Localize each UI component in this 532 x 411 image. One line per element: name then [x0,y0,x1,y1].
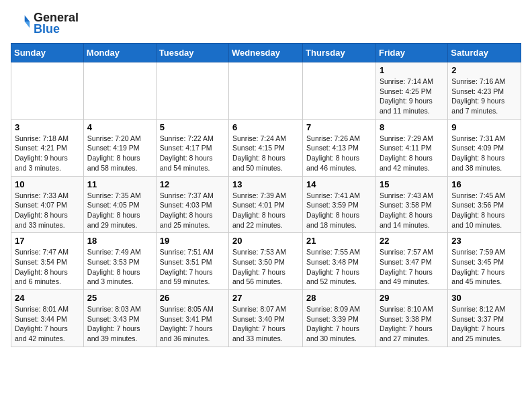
day-number: 28 [306,293,372,303]
day-info: Sunrise: 7:45 AM Sunset: 3:56 PM Dayligh… [451,191,517,230]
svg-marker-0 [25,15,30,21]
day-cell: 30Sunrise: 8:12 AM Sunset: 3:37 PM Dayli… [448,290,521,347]
day-info: Sunrise: 7:22 AM Sunset: 4:17 PM Dayligh… [160,134,225,173]
day-info: Sunrise: 7:51 AM Sunset: 3:51 PM Dayligh… [160,247,225,287]
day-cell: 21Sunrise: 7:55 AM Sunset: 3:48 PM Dayli… [303,233,376,290]
day-cell: 27Sunrise: 8:07 AM Sunset: 3:40 PM Dayli… [229,290,303,347]
day-number: 16 [451,179,517,189]
logo-icon [12,13,31,32]
day-cell: 11Sunrise: 7:35 AM Sunset: 4:05 PM Dayli… [83,176,156,233]
day-number: 3 [15,122,80,132]
day-cell: 4Sunrise: 7:20 AM Sunset: 4:19 PM Daylig… [83,119,156,176]
day-info: Sunrise: 7:37 AM Sunset: 4:03 PM Dayligh… [160,191,225,230]
week-row-5: 24Sunrise: 8:01 AM Sunset: 3:44 PM Dayli… [11,290,521,347]
day-cell: 15Sunrise: 7:43 AM Sunset: 3:58 PM Dayli… [375,176,447,233]
day-info: Sunrise: 7:18 AM Sunset: 4:21 PM Dayligh… [15,134,80,173]
day-cell: 23Sunrise: 7:59 AM Sunset: 3:45 PM Dayli… [448,233,521,290]
col-header-monday: Monday [83,44,156,62]
day-cell: 8Sunrise: 7:29 AM Sunset: 4:11 PM Daylig… [375,119,447,176]
day-cell: 26Sunrise: 8:05 AM Sunset: 3:41 PM Dayli… [156,290,228,347]
day-cell: 13Sunrise: 7:39 AM Sunset: 4:01 PM Dayli… [229,176,303,233]
day-cell [11,62,84,120]
day-cell: 3Sunrise: 7:18 AM Sunset: 4:21 PM Daylig… [11,119,84,176]
day-number: 19 [160,236,225,246]
day-number: 14 [306,179,372,189]
day-cell: 7Sunrise: 7:26 AM Sunset: 4:13 PM Daylig… [303,119,376,176]
day-info: Sunrise: 7:55 AM Sunset: 3:48 PM Dayligh… [306,247,372,287]
day-cell: 16Sunrise: 7:45 AM Sunset: 3:56 PM Dayli… [448,176,521,233]
day-number: 4 [87,122,152,132]
day-cell: 20Sunrise: 7:53 AM Sunset: 3:50 PM Dayli… [229,233,303,290]
day-info: Sunrise: 8:07 AM Sunset: 3:40 PM Dayligh… [232,304,299,344]
day-cell [229,62,303,120]
day-number: 27 [232,293,299,303]
day-info: Sunrise: 7:26 AM Sunset: 4:13 PM Dayligh… [306,134,372,173]
day-cell: 28Sunrise: 8:09 AM Sunset: 3:39 PM Dayli… [303,290,376,347]
day-info: Sunrise: 8:10 AM Sunset: 3:38 PM Dayligh… [380,304,444,344]
day-number: 18 [87,236,152,246]
day-info: Sunrise: 7:39 AM Sunset: 4:01 PM Dayligh… [232,191,299,230]
day-cell: 19Sunrise: 7:51 AM Sunset: 3:51 PM Dayli… [156,233,228,290]
day-number: 21 [306,236,372,246]
day-number: 8 [380,122,444,132]
day-info: Sunrise: 7:53 AM Sunset: 3:50 PM Dayligh… [232,247,299,287]
day-number: 26 [160,293,225,303]
day-info: Sunrise: 8:03 AM Sunset: 3:43 PM Dayligh… [87,304,152,344]
day-info: Sunrise: 7:49 AM Sunset: 3:53 PM Dayligh… [87,247,152,287]
day-info: Sunrise: 7:29 AM Sunset: 4:11 PM Dayligh… [380,134,444,173]
day-cell: 2Sunrise: 7:16 AM Sunset: 4:23 PM Daylig… [448,62,521,120]
day-cell [83,62,156,120]
calendar-table: SundayMondayTuesdayWednesdayThursdayFrid… [11,43,521,347]
col-header-friday: Friday [375,44,447,62]
day-info: Sunrise: 7:16 AM Sunset: 4:23 PM Dayligh… [451,77,517,116]
day-cell: 17Sunrise: 7:47 AM Sunset: 3:54 PM Dayli… [11,233,84,290]
day-number: 1 [380,65,444,75]
day-number: 7 [306,122,372,132]
day-number: 15 [380,179,444,189]
day-number: 11 [87,179,152,189]
day-info: Sunrise: 8:05 AM Sunset: 3:41 PM Dayligh… [160,304,225,344]
day-info: Sunrise: 7:43 AM Sunset: 3:58 PM Dayligh… [380,191,444,230]
day-info: Sunrise: 7:20 AM Sunset: 4:19 PM Dayligh… [87,134,152,173]
day-cell: 10Sunrise: 7:33 AM Sunset: 4:07 PM Dayli… [11,176,84,233]
day-number: 6 [232,122,299,132]
day-number: 24 [15,293,80,303]
day-info: Sunrise: 7:35 AM Sunset: 4:05 PM Dayligh… [87,191,152,230]
day-info: Sunrise: 7:14 AM Sunset: 4:25 PM Dayligh… [380,77,444,116]
week-row-1: 1Sunrise: 7:14 AM Sunset: 4:25 PM Daylig… [11,62,521,120]
day-info: Sunrise: 7:33 AM Sunset: 4:07 PM Dayligh… [15,191,80,230]
day-number: 29 [380,293,444,303]
day-cell [303,62,376,120]
day-info: Sunrise: 8:01 AM Sunset: 3:44 PM Dayligh… [15,304,80,344]
day-info: Sunrise: 8:09 AM Sunset: 3:39 PM Dayligh… [306,304,372,344]
day-info: Sunrise: 7:59 AM Sunset: 3:45 PM Dayligh… [451,247,517,287]
day-cell: 25Sunrise: 8:03 AM Sunset: 3:43 PM Dayli… [83,290,156,347]
col-header-saturday: Saturday [448,44,521,62]
day-number: 23 [451,236,517,246]
day-cell: 22Sunrise: 7:57 AM Sunset: 3:47 PM Dayli… [375,233,447,290]
day-number: 9 [451,122,517,132]
col-header-thursday: Thursday [303,44,376,62]
week-row-4: 17Sunrise: 7:47 AM Sunset: 3:54 PM Dayli… [11,233,521,290]
header-row: SundayMondayTuesdayWednesdayThursdayFrid… [11,44,521,62]
logo: General Blue [11,11,79,36]
day-number: 20 [232,236,299,246]
day-info: Sunrise: 7:41 AM Sunset: 3:59 PM Dayligh… [306,191,372,230]
day-cell: 6Sunrise: 7:24 AM Sunset: 4:15 PM Daylig… [229,119,303,176]
day-cell: 29Sunrise: 8:10 AM Sunset: 3:38 PM Dayli… [375,290,447,347]
day-number: 22 [380,236,444,246]
day-number: 13 [232,179,299,189]
week-row-3: 10Sunrise: 7:33 AM Sunset: 4:07 PM Dayli… [11,176,521,233]
week-row-2: 3Sunrise: 7:18 AM Sunset: 4:21 PM Daylig… [11,119,521,176]
day-number: 10 [15,179,80,189]
day-info: Sunrise: 7:57 AM Sunset: 3:47 PM Dayligh… [380,247,444,287]
day-cell: 12Sunrise: 7:37 AM Sunset: 4:03 PM Dayli… [156,176,228,233]
col-header-wednesday: Wednesday [229,44,303,62]
day-number: 2 [451,65,517,75]
day-cell [156,62,228,120]
day-number: 25 [87,293,152,303]
day-number: 5 [160,122,225,132]
day-cell: 14Sunrise: 7:41 AM Sunset: 3:59 PM Dayli… [303,176,376,233]
day-info: Sunrise: 7:24 AM Sunset: 4:15 PM Dayligh… [232,134,299,173]
day-number: 30 [451,293,517,303]
